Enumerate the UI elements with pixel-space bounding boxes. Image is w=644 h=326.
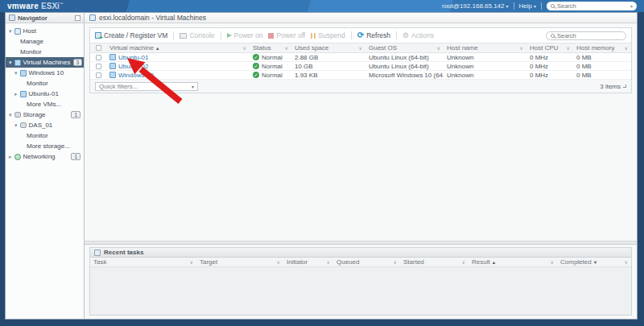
sidebar-item-host[interactable]: Host <box>6 26 84 36</box>
vm-table-header: Virtual machine∨ Status∨ Used space∨ Gue… <box>90 43 631 53</box>
power-on-button[interactable]: Power on <box>227 31 263 39</box>
caret-down-icon <box>9 111 12 118</box>
power-off-icon <box>268 33 274 39</box>
host-icon <box>89 14 96 21</box>
actions-button[interactable]: ⚙ Actions <box>402 31 434 39</box>
sidebar-item-windows-10-monitor[interactable]: Monitor <box>6 78 84 89</box>
sidebar-item-networking[interactable]: Networking 1 <box>6 151 84 162</box>
column-menu-icon[interactable]: ∨ <box>359 45 362 51</box>
column-initiator[interactable]: Initiator∨ <box>283 258 333 266</box>
sidebar-item-host-monitor[interactable]: Monitor <box>6 47 84 57</box>
power-off-button[interactable]: Power off <box>268 31 305 39</box>
toolbar-divider <box>173 31 174 39</box>
table-search[interactable] <box>546 31 626 40</box>
caret-down-icon <box>14 69 18 76</box>
collapse-sidebar-icon[interactable] <box>75 15 80 21</box>
column-menu-icon[interactable]: ∨ <box>520 45 523 51</box>
sidebar-item-host-manage[interactable]: Manage <box>6 36 84 47</box>
sidebar-item-das-01[interactable]: DAS_01 <box>6 120 84 130</box>
vm-icon <box>109 72 116 78</box>
create-register-vm-button[interactable]: Create / Register VM <box>95 31 167 39</box>
refresh-button[interactable]: ⟳ Refresh <box>357 31 390 39</box>
recent-tasks-header: Recent tasks <box>90 248 631 258</box>
column-started[interactable]: Started∨ <box>400 258 469 266</box>
table-search-input[interactable] <box>557 32 621 39</box>
column-menu-icon[interactable]: ∨ <box>437 45 440 51</box>
vm-name-link[interactable]: Ubuntu-02 <box>118 63 148 70</box>
breadcrumb: esxi.localdomain - Virtual Machines <box>99 14 206 22</box>
resize-corner-icon[interactable] <box>623 85 626 88</box>
sidebar-item-more-vms[interactable]: More VMs... <box>6 99 84 109</box>
caret-right-icon <box>14 90 18 97</box>
column-menu-icon[interactable]: ∨ <box>551 259 554 265</box>
navigator-sidebar: Navigator Host Manage Monitor Virtual Ma… <box>6 13 85 319</box>
row-checkbox[interactable] <box>96 72 101 78</box>
sidebar-item-windows-10[interactable]: Windows 10 <box>6 68 84 78</box>
navigator-icon <box>9 14 15 21</box>
select-all-checkbox[interactable] <box>96 45 101 51</box>
global-search[interactable]: ▾ <box>547 2 637 10</box>
row-checkbox[interactable] <box>96 55 101 60</box>
recent-tasks-title: Recent tasks <box>104 249 143 256</box>
refresh-icon: ⟳ <box>357 31 364 39</box>
column-virtual-machine[interactable]: Virtual machine∨ <box>106 43 250 52</box>
main-content: Create / Register VM Console Power on <box>85 23 637 319</box>
column-status[interactable]: Status∨ <box>250 43 291 52</box>
column-used-space[interactable]: Used space∨ <box>291 43 365 52</box>
quick-filters-dropdown[interactable]: Quick filters... ▾ <box>95 82 198 91</box>
column-task[interactable]: Task∨ <box>90 258 196 266</box>
search-icon <box>551 4 555 8</box>
column-menu-icon[interactable]: ∨ <box>190 259 193 265</box>
navigator-title: Navigator <box>18 14 47 22</box>
vm-name-link[interactable]: Windows-10 <box>118 72 154 79</box>
column-menu-icon[interactable]: ∨ <box>327 259 330 265</box>
column-menu-icon[interactable]: ∨ <box>625 259 628 265</box>
sidebar-item-ubuntu-01[interactable]: Ubuntu-01 <box>6 89 84 99</box>
caret-right-icon <box>9 153 12 160</box>
column-menu-icon[interactable]: ∨ <box>462 259 465 265</box>
datastore-icon <box>20 122 27 128</box>
sidebar-item-storage[interactable]: Storage 1 <box>6 109 84 120</box>
column-host-name[interactable]: Host name∨ <box>444 43 526 52</box>
vm-icon <box>20 91 27 97</box>
chevron-down-icon: ▾ <box>630 3 633 9</box>
caret-down-icon <box>9 59 12 66</box>
column-menu-icon[interactable]: ∨ <box>285 45 288 51</box>
column-menu-icon[interactable]: ∨ <box>625 45 628 51</box>
top-banner: vmware ESXi™ root@192.168.65.142▾ Help▾ … <box>0 0 644 12</box>
breadcrumb-bar: esxi.localdomain - Virtual Machines <box>85 13 637 23</box>
column-menu-icon[interactable]: ∨ <box>277 259 280 265</box>
column-guest-os[interactable]: Guest OS∨ <box>365 43 444 52</box>
column-target[interactable]: Target∨ <box>196 258 283 266</box>
console-button[interactable]: Console <box>180 31 214 39</box>
divider <box>541 2 542 10</box>
sidebar-item-more-storage[interactable]: More storage... <box>6 141 84 151</box>
table-row-windows-10[interactable]: Windows-10 ✓Normal 1.93 KB Microsoft Win… <box>90 71 631 80</box>
vm-icon <box>109 54 116 60</box>
chevron-down-icon: ▾ <box>192 84 194 89</box>
column-menu-icon[interactable]: ∨ <box>394 259 397 265</box>
column-queued[interactable]: Queued∨ <box>333 258 400 266</box>
column-completed[interactable]: Completed∨ <box>557 258 631 266</box>
column-result[interactable]: Result∨ <box>469 258 557 266</box>
vm-name-link[interactable]: Ubuntu-01 <box>118 54 148 61</box>
sidebar-item-das-monitor[interactable]: Monitor <box>6 130 84 141</box>
column-menu-icon[interactable]: ∨ <box>243 45 246 51</box>
table-row-ubuntu-01[interactable]: Ubuntu-01 ✓Normal 2.88 GB Ubuntu Linux (… <box>90 53 631 62</box>
global-search-input[interactable] <box>557 2 628 10</box>
row-checkbox[interactable] <box>96 64 101 69</box>
column-host-memory[interactable]: Host memory∨ <box>573 43 631 52</box>
column-host-cpu[interactable]: Host CPU∨ <box>526 43 573 52</box>
table-row-ubuntu-02[interactable]: Ubuntu-02 ✓Normal 10 GB Ubuntu Linux (64… <box>90 62 631 71</box>
esxi-logo: ESXi™ <box>41 2 64 10</box>
caret-down-icon <box>9 27 12 35</box>
column-menu-icon[interactable]: ∨ <box>567 45 570 51</box>
toolbar-divider <box>351 31 352 39</box>
help-menu[interactable]: Help▾ <box>519 2 536 10</box>
storage-count-badge: 1 <box>71 111 80 118</box>
main-panel: esxi.localdomain - Virtual Machines Crea… <box>85 13 637 319</box>
user-menu[interactable]: root@192.168.65.142▾ <box>442 2 509 10</box>
suspend-button[interactable]: Suspend <box>311 31 345 39</box>
sidebar-item-virtual-machines[interactable]: Virtual Machines 3 <box>6 57 84 68</box>
panel-splitter[interactable] <box>85 241 637 245</box>
